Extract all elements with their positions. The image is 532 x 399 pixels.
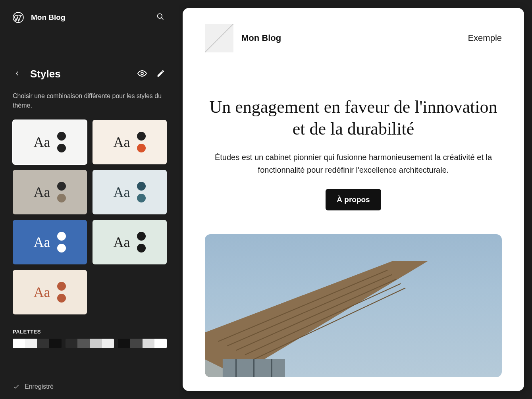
style-variation-2[interactable]: Aa <box>13 170 87 214</box>
check-icon <box>13 383 20 390</box>
variation-sample-text: Aa <box>34 134 50 150</box>
style-variation-0[interactable]: Aa <box>13 120 87 164</box>
variation-sample-text: Aa <box>114 184 130 200</box>
variation-sample-text: Aa <box>114 134 130 150</box>
svg-point-2 <box>141 72 143 75</box>
search-icon <box>156 13 164 21</box>
back-button[interactable] <box>12 68 22 80</box>
pencil-icon <box>156 69 165 78</box>
variation-color-dots <box>137 232 146 253</box>
chevron-left-icon <box>13 70 21 77</box>
site-preview: Mon Blog Exemple Un engagement en faveur… <box>183 8 524 391</box>
preview-hero-image <box>205 234 502 377</box>
preview-hero: Un engagement en faveur de l'innovation … <box>183 68 524 210</box>
saved-status: Enregistré <box>25 383 54 390</box>
eye-icon <box>137 69 147 78</box>
variation-color-dots <box>57 132 66 152</box>
preview-subheading: Études est un cabinet pionnier qui fusio… <box>214 151 492 176</box>
panel-title: Styles <box>30 68 130 80</box>
search-button[interactable] <box>153 10 168 25</box>
style-variation-4[interactable]: Aa <box>13 220 87 264</box>
editor-sidebar: Mon Blog Styles Choisir une combinaison … <box>0 0 179 399</box>
svg-line-5 <box>227 275 392 346</box>
style-variations-grid: AaAaAaAaAaAaAa <box>0 120 179 314</box>
panel-header: Styles <box>0 35 179 88</box>
wordpress-logo-icon[interactable] <box>12 11 25 24</box>
panel-description: Choisir une combinaison différente pour … <box>0 88 179 120</box>
preview-heading: Un engagement en faveur de l'innovation … <box>205 96 502 140</box>
svg-point-1 <box>158 14 162 19</box>
preview-site-title[interactable]: Mon Blog <box>241 33 460 43</box>
preview-nav-item[interactable]: Exemple <box>468 33 502 43</box>
style-variation-6[interactable]: Aa <box>13 270 87 314</box>
style-variation-5[interactable]: Aa <box>93 220 167 264</box>
building-illustration <box>205 251 428 377</box>
site-title[interactable]: Mon Blog <box>31 13 147 22</box>
palette-0[interactable] <box>13 339 62 348</box>
sidebar-footer: Enregistré <box>0 374 179 399</box>
palette-2[interactable] <box>118 339 167 348</box>
variation-color-dots <box>137 182 146 202</box>
variation-sample-text: Aa <box>34 184 50 200</box>
palette-1[interactable] <box>66 339 114 348</box>
preview-site-logo[interactable] <box>205 24 233 52</box>
style-variation-1[interactable]: Aa <box>93 120 167 164</box>
preview-cta-button[interactable]: À propos <box>326 189 381 210</box>
style-variation-3[interactable]: Aa <box>93 170 167 214</box>
preview-toggle-button[interactable] <box>135 66 149 82</box>
variation-sample-text: Aa <box>34 234 50 251</box>
edit-button[interactable] <box>154 67 168 81</box>
preview-header: Mon Blog Exemple <box>183 8 524 68</box>
variation-color-dots <box>57 232 66 253</box>
variation-sample-text: Aa <box>34 284 50 301</box>
variation-sample-text: Aa <box>114 234 130 251</box>
variation-color-dots <box>57 182 66 202</box>
variation-color-dots <box>137 132 146 152</box>
palettes-section-label: PALETTES <box>0 314 179 339</box>
palettes-strip <box>13 339 167 348</box>
topbar: Mon Blog <box>0 0 179 35</box>
variation-color-dots <box>57 282 66 303</box>
